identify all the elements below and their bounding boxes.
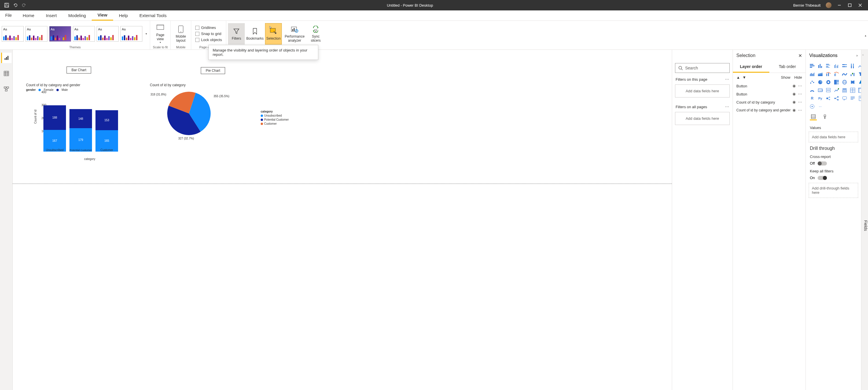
gauge-icon[interactable]: [809, 87, 816, 94]
more-visuals-icon[interactable]: ···: [817, 103, 824, 110]
scatter-icon[interactable]: [809, 79, 816, 86]
pie-chart-button[interactable]: Pie Chart: [201, 67, 225, 74]
kpi-icon[interactable]: [833, 87, 840, 94]
treemap-icon[interactable]: [833, 79, 840, 86]
tab-modeling[interactable]: Modeling: [62, 10, 92, 21]
move-down-icon[interactable]: ▼: [742, 75, 746, 80]
show-all-button[interactable]: Show: [781, 75, 790, 80]
clustered-bar-icon[interactable]: [825, 62, 832, 69]
fields-expand-icon[interactable]: ‹: [863, 53, 863, 56]
tab-help[interactable]: Help: [113, 10, 134, 21]
report-canvas[interactable]: Bar Chart Pie Chart Count of id by categ…: [13, 50, 672, 390]
tab-home[interactable]: Home: [17, 10, 40, 21]
filters-page-dropzone[interactable]: Add data fields here: [675, 85, 730, 97]
theme-swatch-2[interactable]: Aa: [26, 26, 48, 42]
report-view-button[interactable]: [1, 53, 11, 63]
stacked-area-icon[interactable]: [817, 70, 824, 78]
multi-row-card-icon[interactable]: [825, 87, 832, 94]
smart-narrative-icon[interactable]: [849, 95, 856, 102]
arcgis-icon[interactable]: [809, 103, 816, 110]
python-visual-icon[interactable]: Py: [817, 95, 824, 102]
model-view-button[interactable]: [1, 84, 11, 94]
hundred-stacked-column-icon[interactable]: [849, 62, 856, 69]
selection-item[interactable]: Count of id by category and gender◉⋯: [733, 106, 806, 114]
item-more-icon[interactable]: ⋯: [798, 84, 802, 88]
filters-page-more-icon[interactable]: ⋯: [725, 77, 729, 82]
tab-file[interactable]: File: [0, 10, 17, 21]
tab-order-tab[interactable]: Tab order: [769, 61, 806, 72]
minimize-icon[interactable]: [837, 3, 842, 8]
avatar[interactable]: [826, 2, 832, 8]
area-chart-icon[interactable]: [809, 70, 816, 78]
keep-filters-toggle[interactable]: [818, 176, 827, 180]
filled-map-icon[interactable]: [849, 79, 856, 86]
lock-objects-checkbox[interactable]: Lock objects: [195, 38, 222, 42]
slicer-icon[interactable]: [841, 87, 848, 94]
gridlines-checkbox[interactable]: Gridlines: [195, 26, 222, 30]
stacked-column-icon[interactable]: [817, 62, 824, 69]
close-icon[interactable]: [858, 3, 863, 8]
theme-swatch-1[interactable]: Aa: [2, 26, 24, 42]
bar-chart-button[interactable]: Bar Chart: [66, 66, 91, 73]
values-dropzone[interactable]: Add data fields here: [809, 132, 858, 142]
tab-external-tools[interactable]: External Tools: [134, 10, 173, 21]
tab-insert[interactable]: Insert: [40, 10, 63, 21]
page-view-button[interactable]: Page view ▾: [152, 23, 169, 44]
move-up-icon[interactable]: ▲: [736, 75, 740, 80]
ribbon-chart-icon[interactable]: [841, 70, 848, 78]
hundred-stacked-bar-icon[interactable]: [841, 62, 848, 69]
tab-view[interactable]: View: [92, 10, 113, 21]
fields-tab-button[interactable]: [810, 113, 817, 120]
bar-chart-visual[interactable]: Count of id by category and gender gende…: [26, 83, 142, 170]
theme-swatch-5[interactable]: Aa: [97, 26, 119, 42]
performance-analyzer-button[interactable]: Performance analyzer: [283, 23, 306, 44]
themes-dropdown-icon[interactable]: ▾: [144, 32, 148, 35]
user-name[interactable]: Bernie Thibeault: [793, 3, 820, 7]
viz-collapse-icon[interactable]: ›: [857, 54, 858, 58]
selection-pane-close-icon[interactable]: ✕: [798, 53, 802, 58]
table-icon[interactable]: [849, 87, 856, 94]
stacked-bar-icon[interactable]: [809, 62, 816, 69]
r-visual-icon[interactable]: R: [809, 95, 816, 102]
selection-item[interactable]: Button◉⋯: [733, 90, 806, 98]
filters-pane-button[interactable]: Filters: [228, 23, 245, 44]
theme-swatch-6[interactable]: Aa: [120, 26, 142, 42]
undo-icon[interactable]: [13, 3, 18, 8]
item-more-icon[interactable]: ⋯: [798, 100, 802, 104]
donut-icon[interactable]: [825, 79, 832, 86]
decomposition-tree-icon[interactable]: [833, 95, 840, 102]
data-view-button[interactable]: [1, 68, 11, 79]
hide-all-button[interactable]: Hide: [794, 75, 802, 80]
save-icon[interactable]: [4, 3, 9, 8]
maximize-icon[interactable]: [847, 3, 852, 8]
pie-icon[interactable]: [817, 79, 824, 86]
visible-icon[interactable]: ◉: [793, 108, 796, 113]
visible-icon[interactable]: ◉: [793, 100, 796, 104]
filters-all-more-icon[interactable]: ⋯: [725, 104, 729, 109]
ribbon-collapse-icon[interactable]: ▴: [865, 34, 866, 37]
theme-swatch-4[interactable]: Aa: [73, 26, 95, 42]
pie-chart-visual[interactable]: Count of id by category 355 (35.5%) 327 …: [150, 83, 260, 170]
visible-icon[interactable]: ◉: [793, 84, 796, 88]
qa-visual-icon[interactable]: [841, 95, 848, 102]
selection-item[interactable]: Button◉⋯: [733, 82, 806, 90]
sync-slicers-button[interactable]: Sync slicers: [307, 23, 324, 44]
card-icon[interactable]: 123: [817, 87, 824, 94]
fields-pane-collapsed[interactable]: ‹ Fields: [861, 50, 868, 390]
item-more-icon[interactable]: ⋯: [798, 108, 802, 113]
filters-all-dropzone[interactable]: Add data fields here: [675, 112, 730, 125]
snap-to-grid-checkbox[interactable]: Snap to grid: [195, 32, 222, 36]
map-icon[interactable]: [841, 79, 848, 86]
item-more-icon[interactable]: ⋯: [798, 92, 802, 96]
waterfall-icon[interactable]: [849, 70, 856, 78]
visible-icon[interactable]: ◉: [793, 92, 796, 96]
key-influencers-icon[interactable]: [825, 95, 832, 102]
line-clustered-column-icon[interactable]: [833, 70, 840, 78]
redo-icon[interactable]: [22, 3, 27, 8]
format-tab-button[interactable]: [822, 113, 828, 120]
theme-swatch-3[interactable]: Aa: [49, 26, 71, 42]
drillthrough-dropzone[interactable]: Add drill-through fields here: [809, 183, 858, 198]
bookmarks-button[interactable]: Bookmarks: [247, 23, 263, 44]
cross-report-toggle[interactable]: [818, 161, 827, 166]
layer-order-tab[interactable]: Layer order: [733, 61, 769, 72]
